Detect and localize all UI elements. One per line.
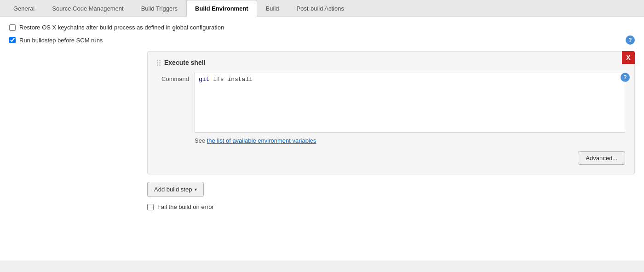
command-display: git lfs install: [195, 73, 625, 133]
tab-general[interactable]: General: [5, 0, 43, 17]
add-build-step-label: Add build step: [154, 186, 192, 193]
env-vars-prefix: See: [195, 137, 207, 144]
command-rest: lfs install: [209, 76, 253, 83]
run-buildstep-checkbox[interactable]: [9, 37, 16, 43]
run-buildstep-label: Run buildstep before SCM runs: [19, 37, 103, 44]
add-build-step-button[interactable]: Add build step ▾: [147, 182, 204, 197]
page-content: Restore OS X keychains after build proce…: [0, 17, 644, 260]
add-build-step-arrow-icon: ▾: [195, 187, 197, 192]
fail-on-error-label: Fail the build on error: [157, 203, 214, 210]
drag-handle[interactable]: [157, 60, 161, 66]
advanced-button[interactable]: Advanced...: [578, 151, 625, 165]
restore-keychains-checkbox[interactable]: [9, 24, 16, 31]
execute-shell-block: X ? Execute shell Command git lfs instal…: [147, 51, 635, 174]
execute-shell-help-icon[interactable]: ?: [621, 73, 630, 82]
remove-button[interactable]: X: [622, 51, 635, 64]
tab-postbuild[interactable]: Post-build Actions: [288, 0, 353, 17]
run-buildstep-help-icon[interactable]: ?: [626, 35, 635, 45]
block-header: Execute shell: [157, 59, 625, 66]
restore-keychains-row: Restore OS X keychains after build proce…: [9, 24, 635, 31]
restore-keychains-label: Restore OS X keychains after build proce…: [19, 24, 224, 31]
build-steps-area: X ? Execute shell Command git lfs instal…: [147, 51, 635, 210]
fail-on-error-checkbox[interactable]: [147, 204, 154, 210]
tab-build[interactable]: Build: [257, 0, 288, 17]
command-label: Command: [157, 73, 189, 82]
env-vars-link[interactable]: the list of available environment variab…: [207, 137, 316, 144]
env-vars-row: See the list of available environment va…: [157, 137, 625, 144]
fail-on-error-row: Fail the build on error: [147, 203, 635, 210]
tab-scm[interactable]: Source Code Management: [43, 0, 132, 17]
tabs-bar: General Source Code Management Build Tri…: [0, 0, 644, 17]
add-build-step-area: Add build step ▾: [147, 182, 635, 197]
advanced-row: Advanced...: [157, 151, 625, 165]
run-buildstep-row: Run buildstep before SCM runs ?: [9, 35, 635, 45]
git-keyword: git: [199, 76, 209, 83]
command-row: Command git lfs install: [157, 73, 625, 133]
block-title: Execute shell: [164, 59, 206, 66]
tab-build-triggers[interactable]: Build Triggers: [132, 0, 186, 17]
tab-build-environment[interactable]: Build Environment: [186, 0, 257, 17]
